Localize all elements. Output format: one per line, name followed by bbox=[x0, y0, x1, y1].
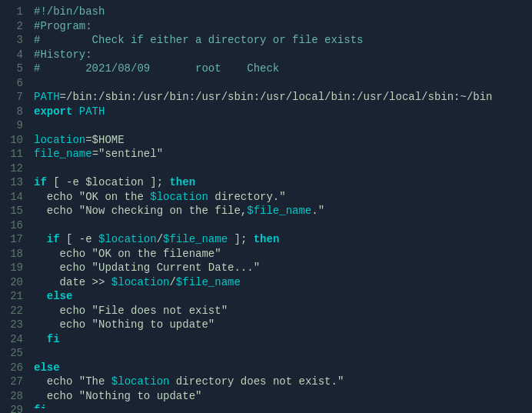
code-line: if [ -e $location/$file_name ]; then bbox=[34, 232, 526, 247]
token-variable: PATH bbox=[79, 105, 105, 118]
line-number: 5 bbox=[5, 62, 23, 76]
code-content: #!/bin/bash#Program:# Check if either a … bbox=[28, 5, 532, 408]
code-line: echo "File does not exist" bbox=[34, 304, 526, 318]
line-number: 21 bbox=[5, 289, 23, 304]
token-plain: ." bbox=[311, 205, 324, 217]
code-line: echo "Nothing to update" bbox=[34, 318, 526, 332]
code-line: location=$HOME bbox=[34, 133, 526, 148]
line-number: 10 bbox=[5, 133, 23, 148]
code-line: file_name="sentinel" bbox=[34, 147, 526, 162]
token-plain: echo "The bbox=[34, 375, 111, 388]
line-number: 2 bbox=[5, 19, 23, 34]
token-keyword: else bbox=[34, 361, 60, 374]
token-keyword: if bbox=[34, 233, 60, 245]
token-comment: #Program: bbox=[34, 20, 92, 32]
code-line: # Check if either a directory or file ex… bbox=[34, 33, 526, 48]
code-line: export PATH bbox=[34, 105, 526, 119]
token-plain: echo "Updating Current Date..." bbox=[34, 261, 260, 274]
line-number: 1 bbox=[5, 5, 23, 19]
token-comment: # 2021/08/09 root Check bbox=[34, 62, 279, 75]
line-number: 23 bbox=[5, 318, 23, 332]
line-number: 15 bbox=[5, 204, 23, 218]
token-variable: PATH bbox=[34, 91, 60, 103]
token-plain: [ -e $location ]; bbox=[47, 176, 170, 188]
code-line: #History: bbox=[34, 48, 526, 62]
code-line: #!/bin/bash bbox=[34, 5, 526, 19]
code-line: echo "OK on the $location directory." bbox=[34, 190, 526, 205]
code-line: echo "The $location directory does not e… bbox=[34, 375, 526, 389]
token-keyword: if bbox=[34, 176, 47, 188]
line-number: 7 bbox=[5, 90, 23, 105]
token-plain: echo "Nothing to update" bbox=[34, 390, 201, 402]
token-plain: echo "File does not exist" bbox=[34, 305, 228, 317]
line-number: 4 bbox=[5, 48, 23, 62]
token-shebang: #!/bin/bash bbox=[34, 5, 105, 18]
line-number: 9 bbox=[5, 118, 23, 133]
code-line: if [ -e $location ]; then bbox=[34, 175, 526, 190]
line-number: 22 bbox=[5, 304, 23, 318]
code-line: echo "Nothing to update" bbox=[34, 389, 526, 404]
token-keyword: then bbox=[254, 233, 280, 245]
token-varref: $location bbox=[111, 375, 170, 388]
token-varref: $file_name bbox=[163, 233, 228, 245]
line-numbers: 1234567891011121314151617181920212223242… bbox=[0, 5, 28, 408]
token-plain: directory does not exist." bbox=[169, 375, 344, 388]
line-number: 6 bbox=[5, 76, 23, 91]
code-line: echo "Updating Current Date..." bbox=[34, 261, 526, 275]
line-number: 3 bbox=[5, 33, 23, 48]
code-line bbox=[34, 346, 526, 361]
line-number: 28 bbox=[5, 389, 23, 404]
line-number: 17 bbox=[5, 232, 23, 247]
code-line: else bbox=[34, 289, 526, 304]
code-line bbox=[34, 162, 526, 176]
token-varref: $location bbox=[150, 191, 208, 203]
line-number: 29 bbox=[5, 403, 23, 413]
code-line bbox=[34, 76, 526, 91]
code-line: else bbox=[34, 361, 526, 375]
line-number: 14 bbox=[5, 190, 23, 205]
token-keyword: else bbox=[47, 290, 73, 302]
line-number: 26 bbox=[5, 361, 23, 375]
line-number: 27 bbox=[5, 375, 23, 389]
token-comment: #History: bbox=[34, 48, 92, 61]
token-comment: # Check if either a directory or file ex… bbox=[34, 34, 363, 46]
token-plain: =$HOME bbox=[85, 134, 124, 146]
token-plain: / bbox=[169, 276, 175, 288]
token-plain bbox=[34, 290, 47, 302]
line-number: 16 bbox=[5, 218, 23, 233]
token-variable: location bbox=[34, 134, 85, 146]
token-plain: / bbox=[157, 233, 163, 245]
token-varref: $file_name bbox=[176, 276, 241, 288]
code-line: fi bbox=[34, 403, 526, 408]
token-plain: echo "OK on the bbox=[34, 191, 150, 203]
line-number: 24 bbox=[5, 332, 23, 347]
line-number: 11 bbox=[5, 147, 23, 162]
line-number: 19 bbox=[5, 261, 23, 275]
token-variable: file_name bbox=[34, 148, 92, 160]
line-number: 12 bbox=[5, 162, 23, 176]
code-line: #Program: bbox=[34, 19, 526, 34]
line-number: 20 bbox=[5, 275, 23, 290]
token-plain: =/bin:/sbin:/usr/bin:/usr/sbin:/usr/loca… bbox=[60, 91, 493, 103]
code-line: fi bbox=[34, 332, 526, 347]
line-number: 8 bbox=[5, 105, 23, 119]
token-plain: ]; bbox=[228, 233, 254, 245]
code-line bbox=[34, 218, 526, 233]
token-plain bbox=[34, 333, 47, 345]
token-keyword: fi bbox=[34, 404, 47, 408]
code-editor: 1234567891011121314151617181920212223242… bbox=[0, 0, 532, 413]
token-plain: echo "Nothing to update" bbox=[34, 318, 214, 331]
token-plain: echo "OK on the filename" bbox=[34, 248, 221, 260]
code-line bbox=[34, 118, 526, 133]
token-plain: echo "Now checking on the file, bbox=[34, 205, 247, 217]
token-plain: date >> bbox=[34, 276, 111, 288]
token-plain: directory." bbox=[208, 191, 286, 203]
line-number: 13 bbox=[5, 175, 23, 190]
token-varref: $location bbox=[98, 233, 157, 245]
line-number: 25 bbox=[5, 346, 23, 361]
line-number: 18 bbox=[5, 247, 23, 261]
token-keyword: fi bbox=[47, 333, 60, 345]
token-plain: [ -e bbox=[60, 233, 98, 245]
token-varref: $file_name bbox=[247, 205, 311, 217]
code-line: echo "OK on the filename" bbox=[34, 247, 526, 261]
